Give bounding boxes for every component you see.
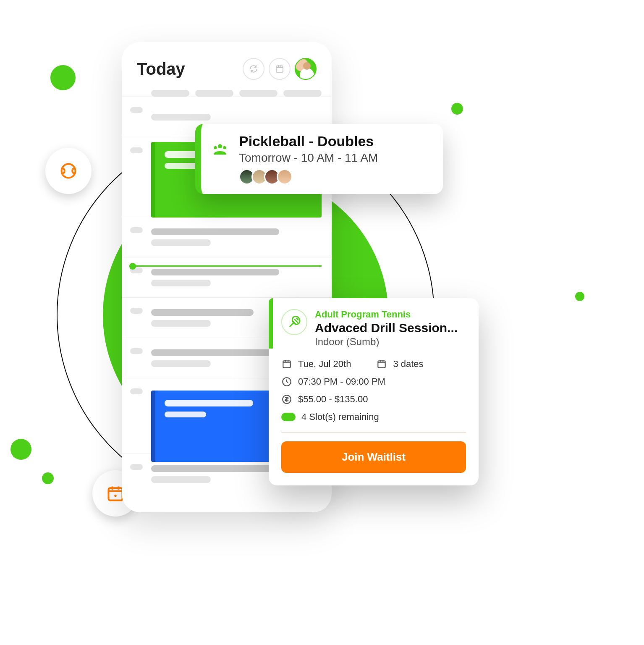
popover-subtitle: Tomorrow - 10 AM - 11 AM: [239, 151, 432, 165]
decorative-dot: [10, 439, 31, 460]
decorative-dot: [451, 103, 463, 115]
popover-title: Pickleball - Doubles: [239, 133, 432, 149]
svg-point-6: [223, 146, 226, 149]
clock-icon: [281, 376, 292, 387]
svg-rect-9: [378, 361, 385, 367]
sport-badge: [45, 148, 92, 194]
calendar-icon: [275, 64, 285, 74]
svg-point-4: [218, 144, 222, 148]
program-icon-wrap: [281, 309, 307, 335]
calendar-icon: [281, 359, 292, 370]
event-category: Adult Program Tennis: [315, 309, 466, 320]
user-avatar[interactable]: [295, 58, 317, 80]
svg-point-2: [114, 495, 117, 497]
event-popover[interactable]: Pickleball - Doubles Tomorrow - 10 AM - …: [195, 124, 443, 194]
racquet-icon: [287, 315, 301, 329]
participant-avatars: [239, 169, 432, 185]
event-slots: 4 Slot(s) remaining: [301, 412, 379, 422]
calendar-multi-icon: [376, 359, 387, 370]
current-time-indicator: [132, 265, 322, 267]
card-divider: [281, 433, 466, 433]
event-time: 07:30 PM - 09:00 PM: [298, 376, 385, 387]
svg-rect-1: [109, 488, 123, 500]
price-icon: [281, 394, 292, 405]
decorative-dot: [50, 65, 76, 90]
calendar-button[interactable]: [269, 58, 291, 80]
participant-avatar: [277, 169, 293, 185]
event-dates-count: 3 dates: [393, 359, 423, 370]
refresh-button[interactable]: [243, 58, 264, 80]
schedule-row[interactable]: [122, 257, 332, 297]
column-headers: [122, 90, 332, 97]
event-date: Tue, Jul 20th: [298, 359, 351, 370]
refresh-icon: [249, 64, 259, 74]
event-title: Advaced Drill Session...: [315, 321, 466, 335]
svg-rect-8: [283, 361, 290, 367]
card-accent-stripe: [269, 298, 273, 349]
join-waitlist-button[interactable]: Join Waitlist: [281, 441, 466, 473]
schedule-row[interactable]: [122, 217, 332, 257]
decorative-dot: [575, 292, 584, 301]
svg-point-0: [62, 164, 76, 178]
decorative-dot: [42, 472, 54, 484]
event-detail-card: Adult Program Tennis Advaced Drill Sessi…: [269, 298, 479, 485]
event-price: $55.00 - $135.00: [298, 394, 368, 405]
group-icon: [212, 141, 228, 157]
svg-rect-3: [276, 66, 283, 72]
page-title: Today: [137, 60, 185, 79]
svg-point-5: [214, 146, 217, 149]
event-location: Indoor (Sumb): [315, 336, 466, 348]
tennis-ball-icon: [59, 162, 78, 180]
slots-indicator-icon: [281, 413, 296, 421]
